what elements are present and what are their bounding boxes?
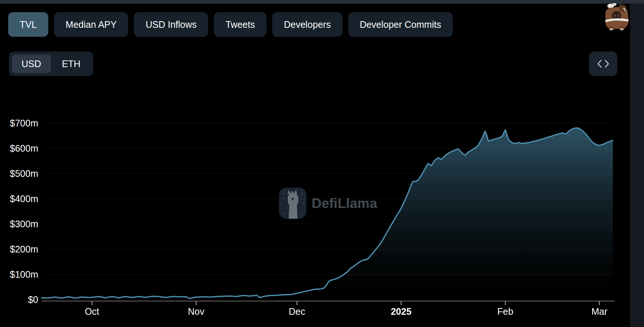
defillama-watermark: DefiLlama xyxy=(279,188,377,219)
x-axis-label: Mar xyxy=(591,306,607,317)
defillama-logo xyxy=(288,190,298,219)
y-axis-label: $200m xyxy=(10,244,38,254)
x-axis-label: Oct xyxy=(85,306,99,317)
x-axis-label: Dec xyxy=(289,306,305,317)
watermark-brand-text: DefiLlama xyxy=(312,196,377,211)
y-axis-label: $400m xyxy=(10,194,38,204)
x-axis-label: Nov xyxy=(188,306,204,317)
y-axis-label: $300m xyxy=(10,219,38,229)
defillama-chart-page: TVL Median APY USD Inflows Tweets Develo… xyxy=(0,0,644,327)
y-axis-label: $700m xyxy=(10,118,38,128)
x-axis-label: 2025 xyxy=(391,306,411,317)
y-axis-label: $100m xyxy=(10,269,38,280)
tvl-area-chart[interactable]: DefiLlama $700m$600m$500m$400m$300m$200m… xyxy=(0,0,644,327)
x-axis-label: Feb xyxy=(497,306,513,317)
y-axis-label: $0 xyxy=(28,294,38,305)
y-axis-label: $600m xyxy=(10,143,38,153)
y-axis-label: $500m xyxy=(10,168,38,179)
